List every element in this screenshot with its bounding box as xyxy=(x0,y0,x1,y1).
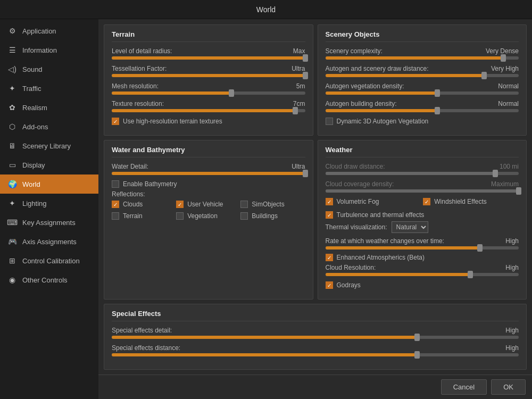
traffic-icon: ✦ xyxy=(7,84,17,93)
water-title: Water and Bathymetry xyxy=(112,146,305,157)
reflect-buildings-label: Buildings xyxy=(252,212,278,220)
reflect-clouds-checkbox[interactable]: ✓ xyxy=(112,201,119,208)
dynamic-autogen-row[interactable]: Dynamic 3D Autogen Vegetation xyxy=(326,118,519,125)
reflect-vegetation-row[interactable]: Vegetation xyxy=(176,212,240,220)
cloud-dist-slider[interactable] xyxy=(326,172,519,175)
cloud-dist-setting: Cloud draw distance: 100 mi xyxy=(326,163,519,175)
veg-density-value: Normal xyxy=(498,82,519,90)
thermal-dropdown-wrapper[interactable]: Natural Classic None xyxy=(392,221,428,233)
complexity-value: Very Dense xyxy=(486,47,519,55)
sidebar-item-othercontrols[interactable]: ◉ Other Controls xyxy=(0,270,98,289)
sidebar-item-sound[interactable]: ◁) Sound xyxy=(0,60,98,79)
volumetric-fog-checkbox[interactable]: ✓ xyxy=(326,198,333,205)
reflect-vegetation-checkbox[interactable] xyxy=(176,212,184,220)
scenerylibrary-icon: 🖥 xyxy=(7,141,17,151)
thermal-select[interactable]: Natural Classic None xyxy=(392,221,428,233)
water-detail-slider[interactable] xyxy=(112,172,305,175)
sidebar-item-traffic[interactable]: ✦ Traffic xyxy=(0,79,98,98)
veg-density-label: Autogen vegetation density: xyxy=(326,82,404,90)
godrays-row[interactable]: ✓ Godrays xyxy=(326,281,519,289)
special-detail-label: Special effects detail: xyxy=(112,327,172,334)
cloud-coverage-setting: Cloud coverage density: Maximum xyxy=(326,180,519,193)
bathymetry-row[interactable]: Enable Bathymetry xyxy=(112,180,305,188)
cloud-res-slider[interactable] xyxy=(326,273,519,276)
special-detail-value: High xyxy=(505,327,519,334)
veg-density-slider[interactable] xyxy=(326,92,519,95)
special-distance-slider[interactable] xyxy=(112,353,519,356)
reflect-clouds-row[interactable]: ✓ Clouds xyxy=(112,201,176,208)
enhanced-atmo-row[interactable]: ✓ Enhanced Atmospherics (Beta) xyxy=(326,254,519,261)
sidebar: ⚙ Application ☰ Information ◁) Sound ✦ T… xyxy=(0,19,98,399)
thermal-label: Thermal visualization: xyxy=(326,223,387,231)
complexity-slider[interactable] xyxy=(326,56,519,60)
reflect-uservehicle-checkbox[interactable]: ✓ xyxy=(176,201,184,208)
enhanced-atmo-label: Enhanced Atmospherics (Beta) xyxy=(337,254,425,261)
lod-slider[interactable] xyxy=(112,56,305,60)
sidebar-item-controlcalibration[interactable]: ⊞ Control Calibration xyxy=(0,251,98,270)
cloud-coverage-slider[interactable] xyxy=(326,189,519,193)
turbulence-checkbox[interactable]: ✓ xyxy=(326,211,333,219)
lighting-icon: ✦ xyxy=(7,198,17,208)
reflect-simobjects-checkbox[interactable] xyxy=(240,201,248,208)
weather-title: Weather xyxy=(326,146,519,157)
enhanced-atmo-checkbox[interactable]: ✓ xyxy=(326,254,333,261)
sidebar-item-application[interactable]: ⚙ Application xyxy=(0,21,98,40)
reflect-terrain-row[interactable]: Terrain xyxy=(112,212,176,220)
reflect-buildings-checkbox[interactable] xyxy=(240,212,248,220)
autogen-dist-value: Very High xyxy=(491,65,519,72)
lod-label: Level of detail radius: xyxy=(112,47,172,55)
reflect-simobjects-row[interactable]: SimObjects xyxy=(240,201,305,208)
sidebar-item-information[interactable]: ☰ Information xyxy=(0,40,98,60)
mesh-setting: Mesh resolution: 5m xyxy=(112,82,305,95)
footer: Cancel OK xyxy=(98,375,532,399)
sidebar-item-addons[interactable]: ⬡ Add-ons xyxy=(0,117,98,136)
tessellation-setting: Tessellation Factor: Ultra xyxy=(112,65,305,77)
building-density-label: Autogen building density: xyxy=(326,100,397,107)
scenery-title: Scenery Objects xyxy=(326,30,519,42)
dynamic-autogen-label: Dynamic 3D Autogen Vegetation xyxy=(337,118,429,125)
rate-slider[interactable] xyxy=(326,246,519,250)
ok-button[interactable]: OK xyxy=(491,379,526,395)
weather-checks-top: ✓ Volumetric Fog ✓ Windshield Effects xyxy=(326,198,519,208)
water-panel: Water and Bathymetry Water Detail: Ultra… xyxy=(104,140,313,300)
reflect-uservehicle-row[interactable]: ✓ User Vehicle xyxy=(176,201,240,208)
turbulence-row[interactable]: ✓ Turbulence and thermal effects xyxy=(326,211,519,219)
texture-setting: Texture resolution: 7cm xyxy=(112,100,305,112)
cancel-button[interactable]: Cancel xyxy=(441,379,487,395)
special-title: Special Effects xyxy=(112,310,519,321)
building-density-slider[interactable] xyxy=(326,109,519,112)
reflect-terrain-checkbox[interactable] xyxy=(112,212,119,220)
sidebar-item-display[interactable]: ▭ Display xyxy=(0,155,98,174)
sidebar-item-axisassignments[interactable]: 🎮 Axis Assignments xyxy=(0,232,98,251)
special-distance-label: Special effects distance: xyxy=(112,344,180,352)
reflect-clouds-label: Clouds xyxy=(123,201,143,208)
bathymetry-checkbox[interactable] xyxy=(112,180,119,188)
special-detail-slider[interactable] xyxy=(112,336,519,339)
hires-checkbox[interactable]: ✓ xyxy=(112,118,119,125)
sidebar-item-realism[interactable]: ✿ Realism xyxy=(0,98,98,117)
cloud-dist-value: 100 mi xyxy=(500,163,519,170)
sidebar-item-lighting[interactable]: ✦ Lighting xyxy=(0,194,98,213)
reflect-buildings-row[interactable]: Buildings xyxy=(240,212,305,220)
sidebar-item-keyassignments[interactable]: ⌨ Key Assignments xyxy=(0,213,98,232)
hires-checkbox-row[interactable]: ✓ Use high-resolution terrain textures xyxy=(112,118,305,125)
reflections-label: Reflections: xyxy=(112,190,305,198)
texture-slider[interactable] xyxy=(112,109,305,112)
windshield-checkbox[interactable]: ✓ xyxy=(423,198,430,205)
tess-slider[interactable] xyxy=(112,74,305,77)
terrain-title: Terrain xyxy=(112,30,305,42)
dynamic-autogen-checkbox[interactable] xyxy=(326,118,333,125)
volumetric-fog-row[interactable]: ✓ Volumetric Fog xyxy=(326,198,421,205)
water-detail-value: Ultra xyxy=(292,163,305,170)
autogen-dist-slider[interactable] xyxy=(326,74,519,77)
special-panel: Special Effects Special effects detail: … xyxy=(104,304,527,370)
windshield-label: Windshield Effects xyxy=(434,198,487,205)
sidebar-item-scenerylibrary[interactable]: 🖥 Scenery Library xyxy=(0,136,98,155)
bathymetry-label: Enable Bathymetry xyxy=(123,180,177,188)
godrays-checkbox[interactable]: ✓ xyxy=(326,281,333,289)
water-detail-label: Water Detail: xyxy=(112,163,148,170)
sidebar-item-world[interactable]: 🌍 World xyxy=(0,174,98,194)
windshield-row[interactable]: ✓ Windshield Effects xyxy=(423,198,519,205)
mesh-slider[interactable] xyxy=(112,92,305,95)
display-icon: ▭ xyxy=(7,160,17,170)
